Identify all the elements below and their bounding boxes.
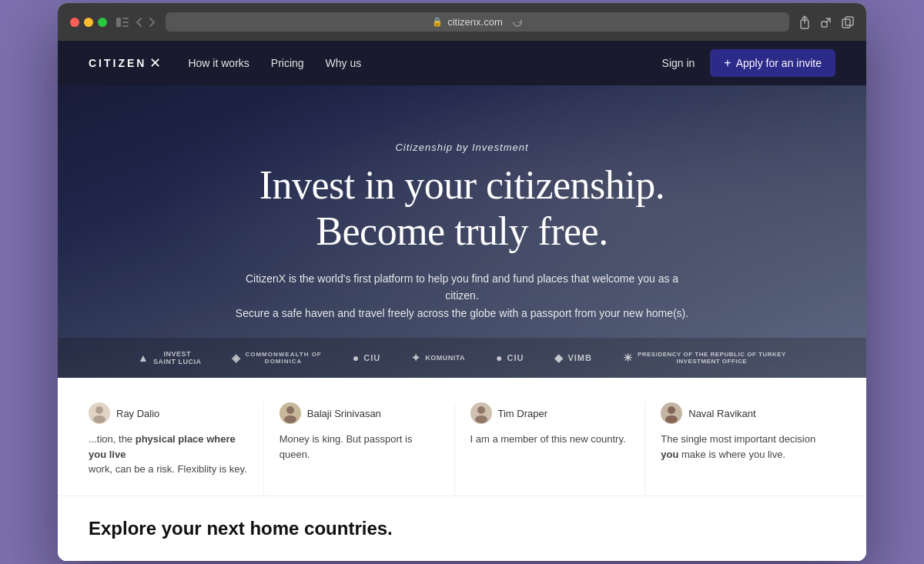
partner-invest-saint-lucia: ▲ INVESTSAINT LUCIA [138,350,201,365]
logo: CITIZEN ✕ [89,55,163,72]
partner-icon-1: ▲ [138,352,149,364]
testimonial-balaji: Balaji Srinivasan Money is king. But pas… [263,402,454,496]
testimonial-ray-dalio: Ray Dalio ...tion, the physical place wh… [89,402,263,496]
nav-links: How it works Pricing Why us [188,57,637,69]
avatar-naval [661,402,682,424]
partner-vimb: ◆ VIMB [554,352,592,364]
website: CITIZEN ✕ How it works Pricing Why us Si… [58,41,866,561]
back-icon[interactable] [135,17,142,28]
svg-rect-1 [122,18,129,19]
hero-description-line1: CitizenX is the world's first platform t… [246,272,678,302]
partner-name-7: PRESIDENCY OF THE REPUBLIC OF TURKEYINVE… [638,351,786,365]
new-tab-icon[interactable] [820,16,832,28]
nav-link-why-us[interactable]: Why us [326,57,362,69]
partner-name-6: VIMB [567,353,592,362]
nav-link-how-it-works[interactable]: How it works [188,57,249,69]
partner-icon-7: ☀ [623,352,634,364]
partner-name-5: CIU [507,353,524,362]
nav-link-pricing[interactable]: Pricing [271,57,304,69]
partner-ciu-2: ● CIU [496,352,524,364]
browser-controls [116,17,156,28]
author-name-1: Ray Dalio [116,408,159,419]
sidebar-toggle-icon[interactable] [116,18,129,27]
svg-point-13 [475,415,487,423]
svg-point-15 [665,415,678,423]
svg-rect-0 [116,18,121,27]
avatar-balaji [280,402,301,424]
partner-ciu-1: ● CIU [353,352,380,364]
nav-actions: Sign in + Apply for an invite [662,49,835,77]
reload-icon[interactable] [512,17,523,28]
partner-name-4: KOMUNITA [425,354,465,362]
author-name-2: Balaji Srinivasan [307,408,381,419]
navbar: CITIZEN ✕ How it works Pricing Why us Si… [58,41,866,85]
partner-icon-4: ✦ [411,352,421,364]
svg-point-10 [286,406,294,414]
traffic-light-green[interactable] [98,18,107,27]
partner-name-3: CIU [363,353,380,362]
svg-rect-6 [842,19,850,28]
svg-point-12 [477,406,485,414]
testimonial-text-3: I am a member of this new country. [470,432,630,447]
testimonial-text-1: ...tion, the physical place where you li… [89,432,248,477]
svg-point-9 [93,415,105,423]
hero-title: Invest in your citizenship. Become truly… [231,162,693,255]
hero-content: Citizenship by Investment Invest in your… [216,142,708,322]
explore-section: Explore your next home countries. [58,496,866,561]
lock-icon: 🔒 [432,17,443,27]
partner-icon-5: ● [496,352,503,364]
hero-section: Citizenship by Investment Invest in your… [58,85,866,378]
partner-name-1: INVESTSAINT LUCIA [153,350,202,365]
author-name-4: Naval Ravikant [688,408,755,419]
logo-x: ✕ [149,55,163,72]
testimonial-naval: Naval Ravikant The single most important… [644,402,835,496]
url-text: citizenx.com [447,16,503,28]
testimonial-tim-draper: Tim Draper I am a member of this new cou… [454,402,645,496]
hero-description: CitizenX is the world's first platform t… [231,270,693,322]
browser-window: 🔒 citizenx.com [58,3,866,561]
browser-actions [798,15,854,29]
traffic-light-red[interactable] [70,18,79,27]
partner-icon-3: ● [353,352,360,364]
duplicate-tab-icon[interactable] [842,16,854,28]
hero-title-line2: Become truly free. [316,209,608,253]
partner-name-2: COMMONWEALTH OFDOMINICA [245,351,321,365]
testimonial-author-1: Ray Dalio [89,402,248,424]
logo-text: CITIZEN [89,57,146,69]
address-bar[interactable]: 🔒 citizenx.com [166,12,789,32]
browser-chrome: 🔒 citizenx.com [58,3,866,41]
forward-icon[interactable] [149,17,156,28]
svg-rect-7 [845,17,853,25]
plus-icon: + [724,56,731,70]
hero-description-line2: Secure a safe haven and travel freely ac… [236,307,688,319]
testimonial-author-4: Naval Ravikant [661,402,820,424]
testimonials-section: Ray Dalio ...tion, the physical place wh… [58,378,866,496]
testimonial-author-2: Balaji Srinivasan [280,402,439,424]
traffic-lights [70,18,107,27]
partner-komunita: ✦ KOMUNITA [411,352,465,364]
avatar-ray-dalio [89,402,110,424]
apply-btn-label: Apply for an invite [736,57,822,69]
partner-icon-6: ◆ [554,352,564,364]
partners-section: ▲ INVESTSAINT LUCIA ◈ COMMONWEALTH OFDOM… [58,338,866,378]
hero-title-line1: Invest in your citizenship. [259,163,665,207]
svg-rect-3 [122,25,129,27]
testimonial-author-3: Tim Draper [470,402,630,424]
share-icon[interactable] [798,15,811,29]
partner-dominica: ◈ COMMONWEALTH OFDOMINICA [232,351,321,365]
avatar-tim-draper [470,402,492,424]
testimonial-text-2: Money is king. But passport is queen. [280,432,439,462]
svg-rect-2 [122,22,129,23]
sign-in-button[interactable]: Sign in [662,57,695,69]
partner-investment-office: ☀ PRESIDENCY OF THE REPUBLIC OF TURKEYIN… [623,351,786,365]
testimonial-text-4: The single most important decision you m… [661,432,820,462]
explore-title: Explore your next home countries. [89,518,835,539]
partner-icon-2: ◈ [232,352,241,364]
apply-invite-button[interactable]: + Apply for an invite [710,49,835,77]
hero-subtitle: Citizenship by Investment [231,142,693,153]
svg-point-14 [668,406,675,414]
traffic-light-yellow[interactable] [84,18,93,27]
author-name-3: Tim Draper [498,408,548,419]
svg-point-11 [284,415,296,423]
svg-point-8 [95,406,103,414]
